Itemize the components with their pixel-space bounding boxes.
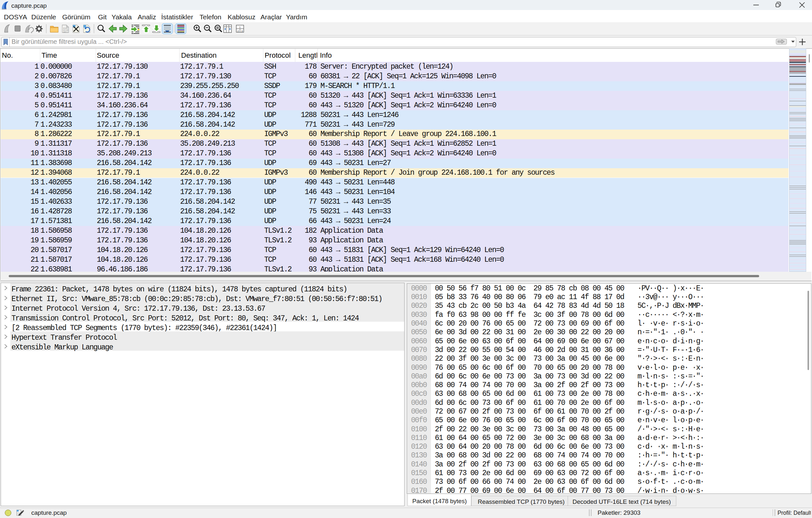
svg-text:1: 1 (239, 26, 241, 29)
svg-text:3: 3 (241, 30, 243, 33)
svg-text:2: 2 (238, 30, 239, 33)
svg-text:0011: 0011 (63, 31, 68, 33)
